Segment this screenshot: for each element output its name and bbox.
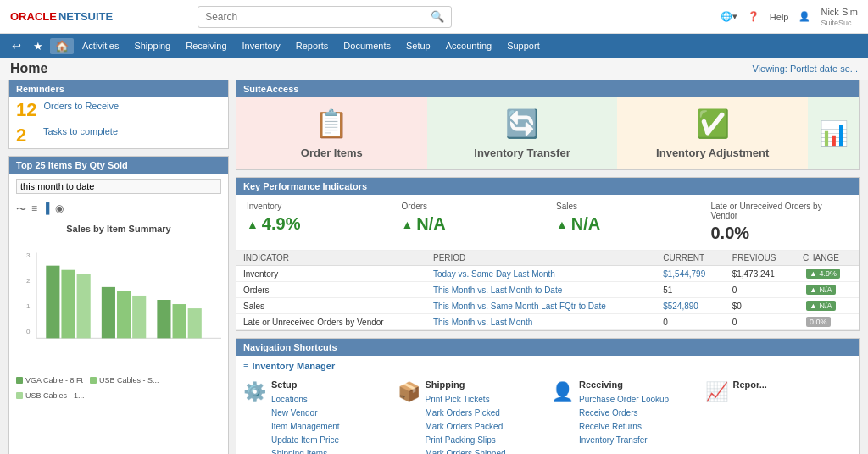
kpi-orders-value: ▲ N/A	[402, 214, 540, 234]
kpi-top: Inventory ▲ 4.9% Orders ▲ N/A Sales	[236, 195, 859, 251]
inventory-adjustment-icon: ✅	[696, 108, 730, 140]
suite-access-inventory-transfer[interactable]: 🔄 Inventory Transfer	[427, 97, 618, 169]
suite-access-extra[interactable]: 📊	[808, 97, 859, 169]
kpi-row-inventory: Inventory Today vs. Same Day Last Month …	[236, 266, 859, 282]
reminder-item-orders: 12 Orders to Receive	[9, 97, 228, 123]
home-icon[interactable]: 🏠	[50, 38, 74, 54]
reminder-label-tasks[interactable]: Tasks to complete	[43, 126, 118, 136]
pie-chart-icon[interactable]: ◉	[55, 202, 64, 217]
shortcut-col-receiving: 👤 Receiving Purchase Order Lookup Receiv…	[551, 379, 698, 454]
bar-chart-icon[interactable]: ▐	[42, 202, 50, 217]
kpi-row-late-current: 0	[656, 314, 725, 330]
kpi-row-inventory-current: $1,544,799	[656, 266, 725, 282]
suite-access-section: SuiteAccess 📋 Order Items 🔄 Inventory Tr…	[236, 80, 860, 170]
shipping-link-packing[interactable]: Print Packing Slips	[426, 434, 506, 447]
kpi-row-inventory-indicator: Inventory	[236, 266, 426, 282]
shortcuts-title: ≡ Inventory Manager	[236, 356, 859, 376]
kpi-row-inventory-period[interactable]: Today vs. Same Day Last Month	[426, 266, 656, 282]
search-box[interactable]: 🔍	[198, 6, 452, 28]
star-icon[interactable]: ★	[28, 38, 48, 54]
receiving-link-transfer[interactable]: Inventory Transfer	[579, 434, 669, 447]
nav-setup[interactable]: Setup	[399, 37, 437, 54]
kpi-row-orders-previous: 0	[726, 282, 796, 298]
legend-label-usb5: USB Cables - S...	[99, 376, 159, 385]
nav-support[interactable]: Support	[500, 37, 547, 54]
inventory-transfer-icon: 🔄	[505, 108, 539, 140]
kpi-row-orders-change: ▲ N/A	[796, 282, 859, 298]
kpi-inventory: Inventory ▲ 4.9%	[247, 202, 385, 243]
kpi-sales-value: ▲ N/A	[556, 214, 694, 234]
line-chart-icon[interactable]: 〜	[16, 202, 26, 217]
kpi-orders-label: Orders	[402, 202, 540, 211]
kpi-row-sales-current: $524,890	[656, 298, 725, 314]
nav-shipping[interactable]: Shipping	[127, 37, 177, 54]
svg-rect-11	[132, 296, 146, 338]
user-icon: 👤	[798, 11, 810, 22]
page-header: Home Viewing: Portlet date se...	[0, 58, 868, 80]
kpi-row-late-indicator: Late or Unreceived Orders by Vendor	[236, 314, 426, 330]
menu-icon: ≡	[243, 361, 248, 371]
kpi-late-orders-value: 0.0%	[711, 224, 849, 243]
shipping-link-picked[interactable]: Mark Orders Picked	[426, 407, 506, 420]
main-content: Reminders 12 Orders to Receive 2 Tasks t…	[0, 80, 868, 454]
kpi-col-change: CHANGE	[796, 251, 859, 266]
kpi-header: Key Performance Indicators	[236, 178, 859, 195]
nav-accounting[interactable]: Accounting	[439, 37, 498, 54]
chart-dropdown[interactable]: this month to date	[16, 179, 221, 194]
shortcuts-body: ⚙️ Setup Locations New Vendor Item Manag…	[236, 376, 859, 454]
reminder-label-orders[interactable]: Orders to Receive	[43, 101, 119, 111]
inventory-transfer-label: Inventory Transfer	[474, 147, 570, 159]
receiving-link-receive[interactable]: Receive Orders	[579, 407, 669, 420]
kpi-row-sales-period[interactable]: This Month vs. Same Month Last FQtr to D…	[426, 298, 656, 314]
reminder-count-orders: 12	[16, 101, 36, 119]
svg-rect-8	[77, 274, 91, 339]
reminders-header: Reminders	[9, 80, 228, 97]
search-input[interactable]	[205, 11, 431, 23]
kpi-row-sales-change: ▲ N/A	[796, 298, 859, 314]
reminder-count-tasks: 2	[16, 126, 36, 145]
setup-link-vendor[interactable]: New Vendor	[271, 407, 340, 420]
kpi-late-orders: Late or Unreceived Orders by Vendor 0.0%	[711, 202, 849, 243]
kpi-row-late: Late or Unreceived Orders by Vendor This…	[236, 314, 859, 330]
top-bar: ORACLE NETSUITE 🔍 🌐▾ ❓ Help 👤 Nick Sim S…	[0, 0, 868, 34]
nav-inventory[interactable]: Inventory	[236, 37, 287, 54]
receiving-icon: 👤	[551, 381, 574, 403]
reports-icon-area: 📈 Repor...	[705, 379, 853, 403]
shipping-link-shipped[interactable]: Mark Orders Shipped	[426, 447, 506, 454]
left-panel: Reminders 12 Orders to Receive 2 Tasks t…	[8, 80, 229, 454]
setup-link-price[interactable]: Update Item Price	[271, 434, 340, 447]
shipping-icon: 📦	[398, 381, 420, 403]
nav-receiving[interactable]: Receiving	[179, 37, 233, 54]
shipping-link-pick[interactable]: Print Pick Tickets	[426, 393, 506, 407]
kpi-row-late-period[interactable]: This Month vs. Last Month	[426, 314, 656, 330]
nav-documents[interactable]: Documents	[337, 37, 398, 54]
flag-icon[interactable]: 🌐▾	[721, 11, 737, 22]
nav-reports[interactable]: Reports	[289, 37, 336, 54]
receiving-link-po[interactable]: Purchase Order Lookup	[579, 393, 669, 407]
setup-link-locations[interactable]: Locations	[271, 393, 340, 407]
chart-controls: this month to date	[9, 174, 228, 199]
kpi-col-indicator: INDICATOR	[236, 251, 426, 266]
setup-icon-area: ⚙️ Setup Locations New Vendor Item Manag…	[243, 379, 391, 454]
history-icon[interactable]: ↩	[7, 38, 26, 54]
orders-change-badge: ▲ N/A	[806, 285, 835, 295]
kpi-row-orders-period[interactable]: This Month vs. Last Month to Date	[426, 282, 656, 298]
help-link[interactable]: Help	[770, 12, 789, 22]
kpi-row-inventory-change: ▲ 4.9%	[796, 266, 859, 282]
setup-link-item-mgmt[interactable]: Item Management	[271, 420, 340, 434]
shipping-link-packed[interactable]: Mark Orders Packed	[426, 420, 506, 434]
legend-dot-vga	[16, 377, 23, 384]
chart-header: Top 25 Items By Qty Sold	[9, 157, 228, 174]
kpi-orders: Orders ▲ N/A	[402, 202, 540, 243]
suite-access-order-items[interactable]: 📋 Order Items	[236, 97, 427, 169]
table-icon[interactable]: ≡	[31, 202, 37, 217]
nav-activities[interactable]: Activities	[75, 37, 125, 54]
kpi-row-orders-current: 51	[656, 282, 725, 298]
receiving-icon-area: 👤 Receiving Purchase Order Lookup Receiv…	[551, 379, 698, 447]
kpi-row-sales: Sales This Month vs. Same Month Last FQt…	[236, 298, 859, 314]
suite-access-inventory-adjustment[interactable]: ✅ Inventory Adjustment	[617, 97, 808, 169]
setup-link-shipping[interactable]: Shipping Items	[271, 447, 340, 454]
receiving-link-returns[interactable]: Receive Returns	[579, 420, 669, 434]
reports-col-title: Repor...	[733, 379, 767, 390]
suite-access-header: SuiteAccess	[236, 80, 859, 97]
